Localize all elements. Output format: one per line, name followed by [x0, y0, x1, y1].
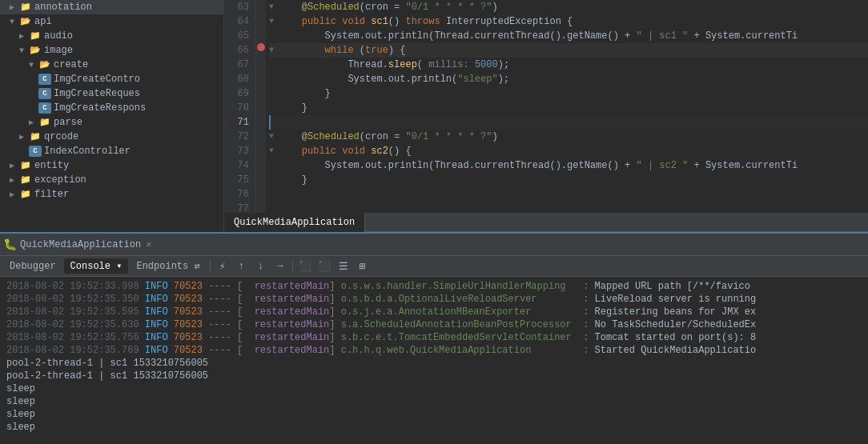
- sidebar-item-parse[interactable]: ▶ 📁 parse: [0, 115, 223, 130]
- file-tree-sidebar: ▶ 📁 annotation ▼ 📂 api ▶ 📁 audio ▼ 📂 ima…: [0, 0, 224, 232]
- sidebar-item-api[interactable]: ▼ 📂 api: [0, 14, 223, 29]
- code-line-68: ▼ System.out.println("sleep");: [269, 72, 868, 86]
- pool-line-1: pool-2-thread-1 | sc1 1533210756005: [6, 357, 862, 370]
- debug-close-button[interactable]: ✕: [146, 238, 151, 250]
- toolbar-btn-a2[interactable]: ⬛: [315, 258, 333, 274]
- sidebar-item-image[interactable]: ▼ 📂 image: [0, 43, 223, 58]
- line-num-70: 70: [231, 101, 249, 115]
- code-line-66: ▼ while (true) {: [269, 43, 868, 58]
- toolbar-btn-filter[interactable]: ⚡: [214, 258, 231, 274]
- debug-icon: 🐛: [3, 238, 17, 251]
- sidebar-item-annotation[interactable]: ▶ 📁 annotation: [0, 0, 223, 14]
- folder-icon-image: 📂: [29, 45, 42, 56]
- code-content: 63 64 65 66 67 68 69 70 71 72 73 74 75 7…: [224, 0, 868, 213]
- line-num-64: 64: [231, 14, 249, 29]
- toolbar-btn-a3[interactable]: ☰: [335, 258, 352, 274]
- line-num-65: 65: [231, 29, 249, 43]
- sidebar-item-imgcreatereques[interactable]: C ImgCreateReques: [0, 86, 223, 101]
- line-num-63: 63: [231, 0, 249, 14]
- line-num-76: 76: [231, 187, 249, 202]
- sidebar-label-entity: entity: [34, 160, 69, 171]
- tab-endpoints[interactable]: Endpoints ⇄: [130, 258, 206, 274]
- folder-icon-entity: 📁: [19, 160, 32, 171]
- code-line-64: ▼ public void sc1() throws InterruptedEx…: [269, 14, 868, 29]
- line-numbers: 63 64 65 66 67 68 69 70 71 72 73 74 75 7…: [224, 0, 256, 213]
- sidebar-label-indexcontroller: IndexController: [44, 146, 131, 157]
- sidebar-item-exception[interactable]: ▶ 📁 exception: [0, 173, 223, 187]
- toolbar-separator-2: [292, 260, 293, 273]
- toolbar-btn-a1[interactable]: ⬛: [296, 258, 314, 274]
- line-num-69: 69: [231, 86, 249, 101]
- code-line-74: ▼ System.out.println(Thread.currentThrea…: [269, 158, 868, 173]
- sidebar-label-parse: parse: [54, 117, 82, 128]
- line-num-66: 66: [231, 43, 249, 58]
- folder-icon-create: 📂: [38, 59, 51, 70]
- tab-console[interactable]: Console ▾: [64, 258, 129, 274]
- sidebar-label-qrcode: qrcode: [44, 131, 78, 142]
- sidebar-item-qrcode[interactable]: ▶ 📁 qrcode: [0, 130, 223, 144]
- sidebar-label-image: image: [44, 45, 73, 56]
- class-icon-imgcreatecontro: C: [38, 74, 51, 85]
- folder-icon-parse: 📁: [38, 117, 51, 128]
- line-num-68: 68: [231, 72, 249, 86]
- sidebar-label-annotation: annotation: [34, 2, 92, 13]
- editor-tab-quickmediaapplication[interactable]: QuickMediaApplication: [224, 213, 365, 232]
- log-line-3: 2018-08-02 19:52:35.595 INFO 70523 ---- …: [6, 306, 862, 318]
- log-line-4: 2018-08-02 19:52:35.630 INFO 70523 ---- …: [6, 318, 862, 331]
- line-num-77: 77: [231, 202, 249, 213]
- sidebar-item-imgcreatecontro[interactable]: C ImgCreateContro: [0, 72, 223, 86]
- sidebar-label-api: api: [34, 16, 52, 27]
- editor-area: 63 64 65 66 67 68 69 70 71 72 73 74 75 7…: [224, 0, 868, 232]
- line-num-75: 75: [231, 173, 249, 187]
- class-icon-imgcreaterespons: C: [38, 102, 51, 114]
- sidebar-item-filter[interactable]: ▶ 📁 filter: [0, 187, 223, 202]
- toolbar-btn-up[interactable]: ↑: [233, 258, 251, 274]
- fold-icon-73: ▼: [269, 144, 279, 158]
- code-line-71: ▼: [269, 115, 868, 130]
- code-line-70: ▼ }: [269, 101, 868, 115]
- console-output[interactable]: 2018-08-02 19:52:33.998 INFO 70523 ---- …: [0, 277, 868, 444]
- line-num-74: 74: [231, 158, 249, 173]
- class-icon-indexcontroller: C: [29, 146, 42, 157]
- tree-arrow-create: ▼: [29, 61, 38, 70]
- log-line-5: 2018-08-02 19:52:35.756 INFO 70523 ---- …: [6, 331, 862, 344]
- tree-arrow-entity: ▶: [10, 161, 19, 170]
- sidebar-item-create[interactable]: ▼ 📂 create: [0, 58, 223, 72]
- toolbar-btn-down[interactable]: ↓: [252, 258, 270, 274]
- folder-icon-annotation: 📁: [19, 2, 32, 13]
- line-num-72: 72: [231, 130, 249, 144]
- folder-icon-api: 📂: [19, 16, 32, 27]
- log-line-2: 2018-08-02 19:52:35.350 INFO 70523 ---- …: [6, 293, 862, 306]
- debug-app-name: QuickMediaApplication: [20, 239, 141, 250]
- toolbar-separator-1: [210, 260, 211, 273]
- line-num-71: 71: [231, 115, 249, 130]
- code-line-75: ▼ }: [269, 173, 868, 187]
- folder-icon-filter: 📁: [19, 189, 32, 200]
- sleep-line-4: sleep: [6, 421, 862, 434]
- code-line-65: ▼ System.out.println(Thread.currentThrea…: [269, 29, 868, 43]
- code-editor[interactable]: ▼ @Scheduled(cron = "0/1 * * * * ?") ▼ p…: [266, 0, 868, 213]
- tree-arrow-annotation: ▶: [10, 2, 19, 12]
- code-line-67: ▼ Thread.sleep( millis: 5000);: [269, 58, 868, 72]
- toolbar-btn-next[interactable]: →: [271, 258, 289, 274]
- sidebar-item-indexcontroller[interactable]: C IndexController: [0, 144, 223, 158]
- sleep-line-3: sleep: [6, 408, 862, 421]
- toolbar-btn-a4[interactable]: ⊞: [354, 258, 372, 274]
- console-toolbar: Debugger Console ▾ Endpoints ⇄ ⚡ ↑ ↓ → ⬛…: [0, 256, 868, 277]
- tree-arrow-image: ▼: [19, 46, 29, 55]
- code-line-73: ▼ public void sc2() {: [269, 144, 868, 158]
- tree-arrow-qrcode: ▶: [19, 132, 29, 142]
- fold-icon-63: ▼: [269, 0, 279, 14]
- sleep-line-2: sleep: [6, 395, 862, 408]
- sleep-line-1: sleep: [6, 382, 862, 395]
- sidebar-label-create: create: [54, 59, 88, 70]
- sidebar-item-audio[interactable]: ▶ 📁 audio: [0, 29, 223, 43]
- tab-debugger[interactable]: Debugger: [3, 259, 62, 274]
- sidebar-item-entity[interactable]: ▶ 📁 entity: [0, 158, 223, 173]
- sidebar-label-imgcreatecontro: ImgCreateContro: [54, 74, 140, 85]
- pool-line-2: pool-2-thread-1 | sc1 1533210756005: [6, 370, 862, 382]
- sidebar-item-imgcreaterespons[interactable]: C ImgCreateRespons: [0, 101, 223, 115]
- tree-arrow-audio: ▶: [19, 31, 29, 41]
- code-line-69: ▼ }: [269, 86, 868, 101]
- breakpoint-66: [257, 43, 265, 51]
